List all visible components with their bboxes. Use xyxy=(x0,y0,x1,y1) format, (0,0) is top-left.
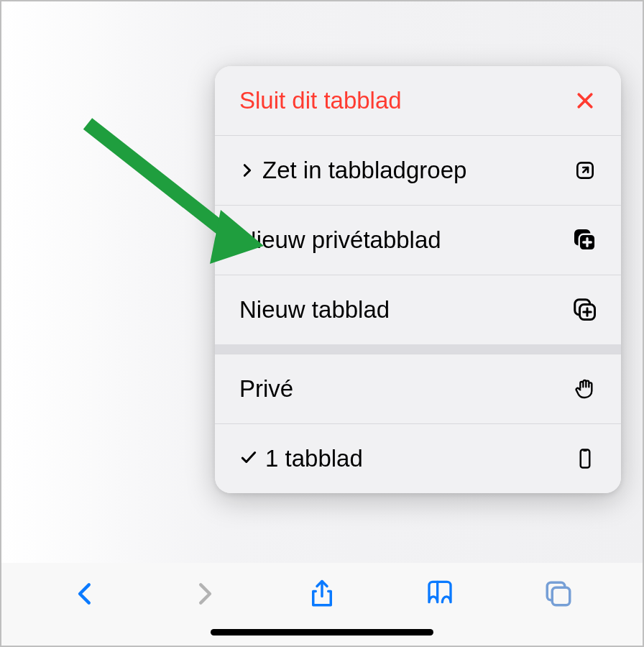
private-mode-label: Privé xyxy=(239,375,293,403)
checkmark-icon xyxy=(239,445,258,472)
chevron-right-icon xyxy=(239,157,255,184)
forward-button[interactable] xyxy=(186,576,222,612)
plus-square-icon xyxy=(571,295,599,324)
svg-rect-12 xyxy=(581,450,590,468)
share-button[interactable] xyxy=(304,576,340,612)
close-icon xyxy=(571,86,599,115)
private-mode-item[interactable]: Privé xyxy=(215,354,621,424)
hand-icon xyxy=(571,375,599,403)
new-private-tab-item[interactable]: Nieuw privétabblad xyxy=(215,206,621,275)
new-tab-item[interactable]: Nieuw tabblad xyxy=(215,275,621,344)
close-tab-item[interactable]: Sluit dit tabblad xyxy=(215,66,621,136)
new-private-tab-label: Nieuw privétabblad xyxy=(239,226,441,254)
close-tab-label: Sluit dit tabblad xyxy=(239,87,402,114)
menu-divider xyxy=(215,344,621,354)
svg-rect-19 xyxy=(552,587,570,605)
new-tab-label: Nieuw tabblad xyxy=(239,296,390,324)
home-indicator xyxy=(211,629,433,635)
plus-square-filled-icon xyxy=(571,226,599,254)
move-to-group-label: Zet in tabbladgroep xyxy=(262,157,466,184)
one-tab-item[interactable]: 1 tabblad xyxy=(215,424,621,493)
move-to-group-item[interactable]: Zet in tabbladgroep xyxy=(215,136,621,206)
phone-icon xyxy=(571,444,599,473)
open-external-icon xyxy=(571,156,599,185)
tabs-button[interactable] xyxy=(540,576,576,612)
bookmarks-button[interactable] xyxy=(422,576,458,612)
tab-context-menu: Sluit dit tabblad Zet in tabbladgroep xyxy=(215,66,621,493)
one-tab-label: 1 tabblad xyxy=(265,445,363,472)
back-button[interactable] xyxy=(68,576,104,612)
